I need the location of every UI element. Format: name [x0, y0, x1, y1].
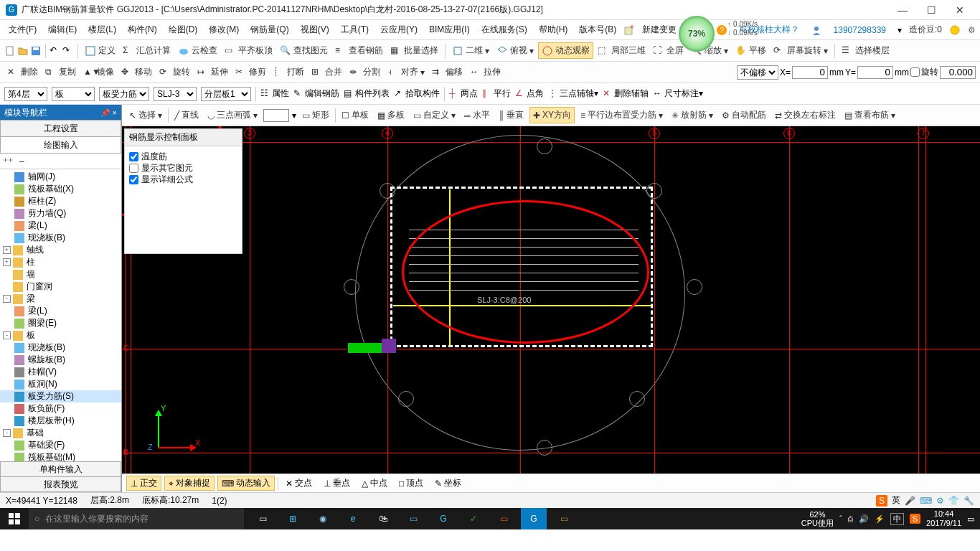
layer-select[interactable]: 分层板1: [201, 87, 251, 101]
task-app-4[interactable]: G: [430, 508, 456, 529]
tree-floorstrip[interactable]: 楼层板带(H): [27, 415, 76, 427]
tree-beamL[interactable]: 梁(L): [27, 305, 49, 317]
perp-toggle[interactable]: ⊥ 垂点: [319, 476, 354, 491]
vert-button[interactable]: ║ 垂直: [496, 108, 527, 123]
offset-button[interactable]: ⇉偏移: [429, 65, 466, 80]
tab-project-settings[interactable]: 工程设置: [0, 120, 121, 137]
tray-ime[interactable]: 中: [890, 513, 904, 525]
tree-castslab[interactable]: 现浇板(B): [27, 232, 67, 244]
menu-draw[interactable]: 绘图(D): [164, 22, 202, 37]
tray-net-icon[interactable]: ⎙: [848, 514, 853, 523]
mid-toggle[interactable]: △ 中点: [357, 476, 392, 491]
new-change-button[interactable]: 新建变更: [638, 22, 681, 37]
intersect-toggle[interactable]: ✕ 交点: [281, 476, 316, 491]
rebar-display-panel[interactable]: 钢筋显示控制面板 温度筋 显示其它图元 显示详细公式: [124, 128, 242, 254]
status-user-icon[interactable]: 👕: [948, 496, 959, 506]
rotate-input[interactable]: [940, 66, 976, 79]
open-icon[interactable]: [17, 45, 29, 57]
tree-shear[interactable]: 剪力墙(Q): [27, 207, 67, 220]
local-3d-button[interactable]: ⬚局部三维: [595, 43, 649, 58]
join-button[interactable]: ⊞合并: [308, 65, 345, 80]
select-layer-button[interactable]: ☰选择楼层: [839, 43, 892, 58]
minimize-button[interactable]: —: [888, 1, 917, 19]
rotate-button[interactable]: ⟳旋转: [156, 65, 193, 80]
question-icon[interactable]: ?: [716, 24, 727, 36]
line-tool[interactable]: ╱ 直线: [171, 108, 202, 123]
component-select[interactable]: 板: [52, 87, 95, 101]
vertex-toggle[interactable]: □ 顶点: [395, 476, 428, 491]
drawing-canvas[interactable]: 3 4 5 6 7 B C: [122, 126, 980, 474]
look-button[interactable]: 俯视▾: [494, 43, 537, 58]
align-button[interactable]: ⫞对齐▾: [385, 65, 428, 80]
menu-version[interactable]: 版本号(B): [575, 22, 621, 37]
batch-select-button[interactable]: ▦批量选择: [387, 43, 441, 58]
extend-button[interactable]: ↦延伸: [194, 65, 231, 80]
tray-up-icon[interactable]: ˆ: [839, 514, 842, 523]
coord-toggle[interactable]: ✎ 坐标: [430, 476, 466, 491]
task-app-5[interactable]: ✓: [461, 508, 486, 529]
tree-slab[interactable]: 板: [25, 329, 37, 342]
tree-col[interactable]: 柱: [25, 256, 37, 268]
menu-view[interactable]: 视图(V): [296, 22, 334, 37]
component-tree[interactable]: 轴网(J) 筏板基础(X) 框柱(Z) 剪力墙(Q) 梁(L) 现浇板(B) +…: [0, 169, 121, 462]
linetype-select[interactable]: [263, 109, 289, 122]
start-button[interactable]: [0, 508, 29, 529]
radial-button[interactable]: ✳ 放射筋 ▾: [669, 108, 716, 123]
tree-castslab2[interactable]: 现浇板(B): [27, 342, 67, 354]
del-aux-button[interactable]: ✕删除辅轴: [603, 88, 649, 100]
screen-rotate-button[interactable]: ⟳屏幕旋转▾: [771, 43, 831, 58]
ortho-toggle[interactable]: ⊥ 正交: [126, 476, 161, 491]
taskbar-search[interactable]: ○在这里输入你要搜索的内容: [29, 508, 244, 529]
parallel-button[interactable]: ∥平行: [482, 88, 511, 100]
fullscreen-button[interactable]: ⛶全屏: [650, 43, 687, 58]
y-input[interactable]: [857, 66, 893, 79]
phone-label[interactable]: 13907298339: [829, 24, 890, 37]
edit-rebar-button[interactable]: ✎编辑钢筋: [293, 88, 339, 100]
cloud-check-button[interactable]: 云检查: [175, 43, 220, 58]
select-tool[interactable]: ↖ 选择 ▾: [126, 108, 165, 123]
two-point-button[interactable]: ┼两点: [449, 88, 478, 100]
tree-raft[interactable]: 筏板基础(X): [27, 183, 75, 195]
collapse-icon[interactable]: −: [19, 156, 24, 167]
floor-select[interactable]: 第4层: [4, 87, 47, 101]
arc3-tool[interactable]: ◡ 三点画弧 ▾: [204, 108, 260, 123]
dyn-toggle[interactable]: ⌨ 动态输入: [217, 476, 275, 491]
menu-component[interactable]: 构件(N): [123, 22, 161, 37]
redo-icon[interactable]: ↷: [62, 45, 74, 57]
task-app-1[interactable]: ⊞: [280, 508, 306, 529]
break-button[interactable]: ┊打断: [270, 65, 307, 80]
settings-icon[interactable]: ⚙: [968, 25, 976, 35]
tree-wall[interactable]: 墙: [25, 268, 37, 281]
tab-single-input[interactable]: 单构件输入: [0, 461, 121, 477]
tree-beam0[interactable]: 梁(L): [27, 220, 49, 232]
performance-meter[interactable]: 73%: [679, 16, 715, 52]
maximize-button[interactable]: ☐: [917, 1, 946, 19]
view-dist-button[interactable]: ▤ 查看布筋 ▾: [842, 108, 898, 123]
tree-beam[interactable]: 梁: [25, 293, 37, 305]
close-button[interactable]: ✕: [946, 1, 974, 19]
delete-button[interactable]: ✕删除: [4, 65, 41, 80]
x-input[interactable]: [792, 66, 828, 79]
auto-rebar-button[interactable]: ⚙ 自动配筋: [719, 108, 769, 123]
tree-cap[interactable]: 柱帽(V): [27, 366, 58, 378]
flat-roof-button[interactable]: ▭平齐板顶: [222, 43, 275, 58]
view-rebar-button[interactable]: ≡查看钢筋: [332, 43, 386, 58]
tree-spiral[interactable]: 螺旋板(B): [27, 354, 67, 366]
tray-clock[interactable]: 10:442017/9/11: [926, 509, 961, 528]
find-elem-button[interactable]: 🔍查找图元: [277, 43, 331, 58]
tree-axis[interactable]: 轴线: [25, 244, 45, 256]
tab-report[interactable]: 报表预览: [0, 476, 121, 492]
task-app-2[interactable]: ◉: [310, 508, 336, 529]
offset-mode-select[interactable]: 不偏移: [737, 65, 778, 80]
task-app-8[interactable]: ▭: [551, 508, 577, 529]
tree-slabrebar[interactable]: 板受力筋(S): [27, 390, 75, 402]
single-slab-button[interactable]: ☐ 单板: [339, 108, 372, 123]
horiz-button[interactable]: ═ 水平: [461, 108, 493, 123]
split-button[interactable]: ⇹分割: [347, 65, 383, 80]
pick-button[interactable]: ↗拾取构件: [394, 88, 440, 100]
angle-button[interactable]: ∠点角: [515, 88, 544, 100]
tray-notif-icon[interactable]: ▭: [967, 514, 974, 524]
stretch-button[interactable]: ↔拉伸: [467, 65, 504, 80]
multi-slab-button[interactable]: ▦ 多板: [374, 108, 407, 123]
tree-foundbeam[interactable]: 基础梁(F): [27, 439, 66, 451]
